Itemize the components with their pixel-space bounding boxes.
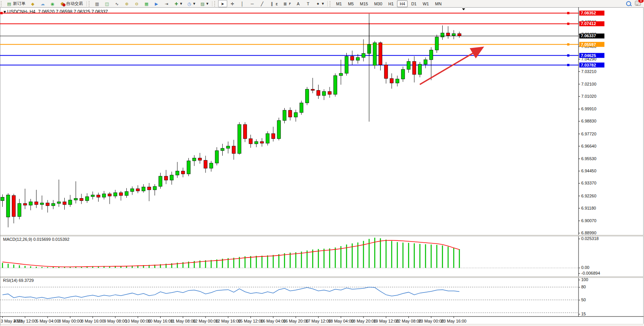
- periods-button[interactable]: ◷▾: [185, 0, 198, 7]
- autotrade-button[interactable]: ⬟自动交易: [58, 0, 85, 7]
- candle-bear: [390, 78, 394, 83]
- label-button[interactable]: T: [303, 0, 312, 7]
- hline-left-handle[interactable]: [0, 12, 3, 14]
- cursor-button[interactable]: ➤: [218, 0, 227, 7]
- notifications-button[interactable]: 1: [635, 0, 641, 7]
- candle-bull: [1, 197, 4, 200]
- candle-bull: [209, 163, 213, 168]
- candle-bear: [164, 176, 168, 180]
- tf-m30[interactable]: M30: [371, 0, 385, 7]
- candle-bull: [175, 171, 179, 175]
- time-axis-label: 17 May 12:00: [306, 319, 331, 323]
- line-icon: ∿: [114, 1, 120, 6]
- arrows-button[interactable]: ✦▾: [313, 0, 326, 7]
- cloud-icon: ☁: [40, 1, 45, 6]
- channel-icon: ∥: [269, 1, 275, 6]
- candle-bear: [317, 91, 320, 95]
- channel-button[interactable]: ∥ᴇ: [268, 0, 280, 7]
- macd-histogram-bar: [24, 266, 26, 268]
- chart-shift-button[interactable]: ⇥: [162, 0, 171, 7]
- hline-handle[interactable]: [567, 43, 569, 46]
- macd-histogram-bar: [386, 240, 387, 268]
- candle-bull: [300, 103, 303, 112]
- tf-w1[interactable]: W1: [420, 0, 432, 7]
- zoom-out-button[interactable]: ⊖: [132, 0, 141, 7]
- time-axis-label: 4 May 12:00: [14, 319, 37, 323]
- clock-icon: ◷: [187, 1, 192, 6]
- candle-bear: [136, 189, 140, 191]
- templates-button[interactable]: ▨▾: [198, 0, 210, 7]
- pane-separator[interactable]: [0, 235, 644, 236]
- vertical-line-button[interactable]: │: [238, 0, 247, 7]
- candlestick-chart-button[interactable]: ◫: [102, 0, 112, 7]
- candle-bull: [113, 192, 117, 196]
- tf-m1[interactable]: M1: [333, 0, 344, 7]
- candle-bear: [35, 202, 38, 204]
- crosshair-button[interactable]: ✛: [228, 0, 237, 7]
- tile-windows-button[interactable]: ▦: [142, 0, 151, 7]
- time-axis-label: 12 May 00:00: [193, 319, 218, 323]
- macd-histogram-bar: [459, 249, 460, 268]
- tf-m5[interactable]: M5: [345, 0, 356, 7]
- macd-histogram-bar: [419, 244, 421, 268]
- tf-h4[interactable]: H4: [397, 0, 408, 7]
- time-axis-label: 15 May 12:00: [238, 319, 263, 323]
- macd-label: MACD(12,26,9) 0.015699 0.015392: [3, 237, 69, 242]
- alerts-button[interactable]: ◆: [28, 0, 37, 7]
- macd-histogram-bar: [312, 250, 313, 268]
- tf-h1[interactable]: H1: [386, 0, 396, 7]
- macd-histogram-bar: [284, 253, 285, 268]
- candle-bull: [429, 50, 433, 60]
- line-chart-button[interactable]: ∿: [112, 0, 121, 7]
- candle-bull: [373, 43, 376, 65]
- candle-bull: [238, 124, 241, 153]
- new-order-button[interactable]: ▤新订单: [5, 0, 27, 7]
- text-button[interactable]: A: [293, 0, 303, 7]
- hline-handle[interactable]: [567, 12, 569, 14]
- price-tick-label: 7.01020: [581, 94, 596, 99]
- new-order-button-label: 新订单: [13, 1, 26, 6]
- pane-separator[interactable]: [0, 277, 644, 278]
- hline-handle[interactable]: [567, 54, 569, 57]
- cloud-button[interactable]: ☁: [38, 0, 47, 7]
- hline-handle[interactable]: [567, 22, 569, 25]
- candle-bull: [452, 33, 456, 35]
- chart-window[interactable]: ▼USDCNH-,H47.06520 7.06598 7.06325 7.063…: [0, 7, 644, 326]
- time-axis-label: 11 May 08:00: [171, 319, 196, 323]
- toolbar-grip: [89, 1, 91, 6]
- candle-bull: [40, 203, 44, 204]
- tf-m15[interactable]: M15: [357, 0, 370, 7]
- candle-bear: [198, 158, 202, 160]
- hline-handle[interactable]: [567, 64, 569, 66]
- chart-canvas[interactable]: ▼USDCNH-,H47.06520 7.06598 7.06325 7.063…: [0, 7, 644, 326]
- macd-axis-label: 0.00: [581, 265, 589, 270]
- candle-bull: [142, 187, 145, 191]
- price-tick-label: 6.88990: [581, 231, 596, 235]
- rsi-axis-label: 50: [581, 297, 586, 302]
- tiles-icon: ▦: [144, 1, 149, 6]
- new-chart-button-label: ▾: [180, 1, 182, 6]
- candle-bull: [362, 54, 365, 57]
- horizontal-line-button[interactable]: ─: [248, 0, 257, 7]
- candle-bull: [131, 189, 134, 191]
- bar-chart-button[interactable]: ▥: [92, 0, 102, 7]
- candle-bear: [328, 92, 332, 94]
- auto-scroll-button[interactable]: ▶: [152, 0, 161, 7]
- candle-bear: [147, 187, 151, 190]
- time-axis-label: 10 May 16:00: [148, 319, 173, 323]
- fibonacci-button[interactable]: ≣ꜰ: [281, 0, 293, 7]
- search-icon[interactable]: [626, 1, 631, 6]
- new-chart-button[interactable]: ✚▾: [172, 0, 184, 7]
- candle-bear: [108, 194, 112, 196]
- macd-histogram-bar: [340, 246, 341, 268]
- macd-histogram-bar: [30, 266, 31, 268]
- zoom-in-button[interactable]: ⊕: [122, 0, 131, 7]
- signals-button[interactable]: ◉: [48, 0, 57, 7]
- price-badge-label: 7.07412: [581, 21, 596, 26]
- tf-d1[interactable]: D1: [408, 0, 419, 7]
- tf-d1-label: D1: [411, 1, 416, 6]
- candle-bear: [80, 198, 83, 200]
- vline-icon: │: [240, 1, 245, 6]
- trendline-button[interactable]: ╱: [258, 0, 267, 7]
- tf-mn[interactable]: MN: [432, 0, 444, 7]
